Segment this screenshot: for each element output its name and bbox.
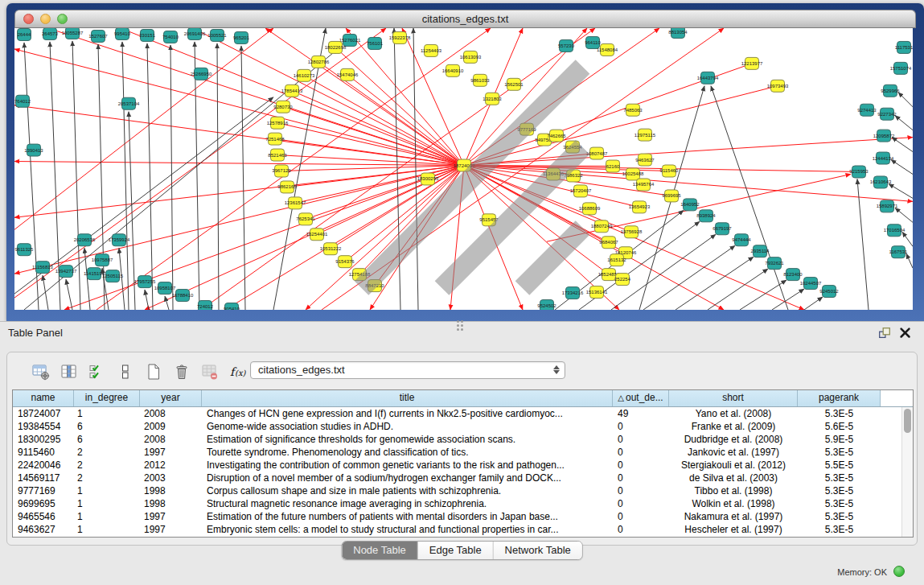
cell-title: Tourette syndrome. Phenomenology and cla… bbox=[202, 446, 613, 459]
cell-name: 14569117 bbox=[13, 472, 74, 484]
table-row[interactable]: 1830029562008Estimation of significance … bbox=[13, 433, 913, 446]
cell-year: 2008 bbox=[140, 433, 202, 446]
cell-out_degree: 0 bbox=[613, 433, 669, 446]
cell-short: Stergiakouli et al. (2012) bbox=[669, 459, 798, 472]
delete-table-button[interactable] bbox=[199, 360, 221, 383]
cell-short: Yano et al. (2008) bbox=[669, 407, 798, 420]
cell-in_degree: 1 bbox=[74, 523, 140, 536]
cell-in_degree: 6 bbox=[74, 420, 140, 433]
cell-short: Tibbo et al. (1998) bbox=[669, 484, 798, 497]
row-check-button[interactable] bbox=[86, 360, 109, 383]
cell-year: 2009 bbox=[140, 420, 202, 433]
panel-divider-grip[interactable] bbox=[456, 319, 467, 325]
cell-out_degree: 0 bbox=[613, 420, 669, 433]
table-toolbar: f(x) bbox=[30, 359, 249, 385]
resize-grip-icon[interactable] bbox=[14, 28, 911, 308]
table-tabs: Node TableEdge TableNetwork Table bbox=[341, 541, 583, 560]
rows-icon bbox=[116, 362, 135, 381]
column-header-in_degree[interactable]: in_degree bbox=[74, 390, 140, 406]
table-row[interactable]: 1872400712008Changes of HCN gene express… bbox=[13, 407, 913, 420]
cell-name: 22420046 bbox=[13, 459, 74, 472]
cell-out_degree: 49 bbox=[613, 407, 669, 420]
network-window: citations_edges.txt 26444264573100552871… bbox=[6, 3, 924, 321]
rows-button[interactable] bbox=[114, 360, 137, 383]
column-header-out_degree[interactable]: △out_de... bbox=[613, 390, 669, 406]
new-table-button[interactable] bbox=[142, 360, 165, 383]
table-row[interactable]: 969969511998Structural magnetic resonanc… bbox=[13, 497, 913, 510]
column-header-short[interactable]: short bbox=[669, 390, 798, 406]
table-row[interactable]: 1456911722003Disruption of a novel membe… bbox=[13, 472, 913, 484]
cell-pagerank: 5.9E-5 bbox=[798, 433, 881, 446]
table-row[interactable]: 2242004622012Investigating the contribut… bbox=[13, 459, 913, 472]
row-check-icon bbox=[88, 362, 107, 381]
cell-in_degree: 1 bbox=[74, 407, 140, 420]
column-header-name[interactable]: name bbox=[13, 390, 74, 406]
close-panel-button[interactable] bbox=[898, 326, 913, 340]
cell-short: de Silva et al. (2003) bbox=[669, 472, 798, 484]
cell-short: Nakamura et al. (1997) bbox=[669, 510, 798, 523]
table-row[interactable]: 946554611997Estimation of the future num… bbox=[13, 510, 913, 523]
column-header-year[interactable]: year bbox=[140, 390, 202, 406]
table-selector-value: citations_edges.txt bbox=[258, 364, 345, 376]
cell-title: Structural magnetic resonance image aver… bbox=[202, 497, 613, 510]
tab-node-table[interactable]: Node Table bbox=[342, 542, 418, 559]
function-icon: f(x) bbox=[228, 362, 248, 381]
cell-name: 9463627 bbox=[13, 523, 74, 536]
cell-pagerank: 5.5E-5 bbox=[798, 459, 881, 472]
cell-name: 9115460 bbox=[13, 446, 74, 459]
cell-out_degree: 0 bbox=[613, 459, 669, 472]
cell-year: 2008 bbox=[140, 407, 202, 420]
table-row[interactable]: 1938455462009Genome-wide association stu… bbox=[13, 420, 913, 433]
column-header-label: year bbox=[161, 392, 179, 403]
cell-year: 1997 bbox=[140, 510, 202, 523]
column-header-label: in_degree bbox=[85, 392, 128, 403]
sort-ascending-icon: △ bbox=[618, 393, 624, 402]
table-scrollbar-thumb[interactable] bbox=[904, 409, 911, 433]
cell-in_degree: 2 bbox=[74, 459, 140, 472]
table-row[interactable]: 977716911998Corpus callosum shape and si… bbox=[13, 484, 913, 497]
cell-year: 2012 bbox=[140, 459, 202, 472]
tab-edge-table[interactable]: Edge Table bbox=[418, 542, 494, 559]
dropdown-spinner-icon bbox=[552, 365, 560, 377]
cell-pagerank: 5.3E-5 bbox=[798, 407, 881, 420]
float-panel-button[interactable] bbox=[877, 326, 892, 340]
header-filler bbox=[881, 390, 913, 406]
memory-status-indicator[interactable] bbox=[893, 566, 905, 577]
function-button[interactable]: f(x) bbox=[227, 360, 249, 383]
cell-name: 18300295 bbox=[13, 433, 74, 446]
cell-name: 9699695 bbox=[13, 497, 74, 510]
table-selector-dropdown[interactable]: citations_edges.txt bbox=[250, 361, 565, 379]
delete-button[interactable] bbox=[170, 360, 193, 383]
cell-in_degree: 1 bbox=[74, 497, 140, 510]
cell-pagerank: 5.3E-5 bbox=[798, 497, 881, 510]
cell-name: 18724007 bbox=[13, 407, 74, 420]
cell-short: Wolkin et al. (1998) bbox=[669, 497, 798, 510]
cell-name: 9465546 bbox=[13, 510, 74, 523]
cell-title: Genome-wide association studies in ADHD. bbox=[202, 420, 613, 433]
window-titlebar[interactable]: citations_edges.txt bbox=[14, 10, 916, 28]
cell-year: 1997 bbox=[140, 523, 202, 536]
cell-pagerank: 5.3E-5 bbox=[798, 484, 881, 497]
cell-out_degree: 0 bbox=[613, 446, 669, 459]
column-chooser-button[interactable] bbox=[58, 360, 80, 383]
cell-name: 19384554 bbox=[13, 420, 74, 433]
window-title: citations_edges.txt bbox=[15, 13, 915, 25]
column-header-title[interactable]: title bbox=[202, 390, 613, 406]
cell-pagerank: 5.3E-5 bbox=[798, 510, 881, 523]
table-header-row: namein_degreeyeartitle△out_de...shortpag… bbox=[13, 390, 913, 407]
cell-pagerank: 5.3E-5 bbox=[798, 523, 881, 536]
table-scrollbar[interactable] bbox=[901, 407, 913, 537]
tab-network-table[interactable]: Network Table bbox=[494, 542, 582, 559]
column-chooser-icon bbox=[60, 362, 79, 381]
cell-out_degree: 0 bbox=[613, 497, 669, 510]
cell-out_degree: 0 bbox=[613, 523, 669, 536]
table-panel-content: f(x) citations_edges.txt namein_degreeye… bbox=[6, 352, 918, 546]
table-row[interactable]: 911546021997Tourette syndrome. Phenomeno… bbox=[13, 446, 913, 459]
node-table: namein_degreeyeartitle△out_de...shortpag… bbox=[12, 389, 914, 538]
column-header-pagerank[interactable]: pagerank bbox=[798, 390, 881, 406]
svg-text:(x): (x) bbox=[235, 369, 247, 377]
table-settings-button[interactable] bbox=[30, 360, 52, 383]
table-row[interactable]: 946362711997Embryonic stem cells: a mode… bbox=[13, 523, 913, 536]
cell-year: 2003 bbox=[140, 472, 202, 484]
cell-in_degree: 2 bbox=[74, 446, 140, 459]
